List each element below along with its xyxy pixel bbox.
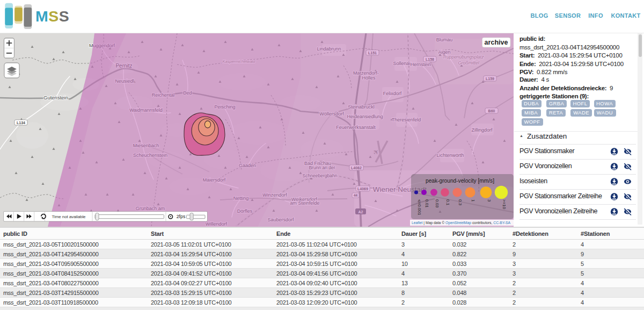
svg-text:MSS: MSS [35, 8, 69, 25]
svg-text:3: 3 [487, 199, 492, 202]
svg-text:0.1: 0.1 [445, 199, 450, 206]
svg-text:2fps: 2fps [177, 214, 186, 219]
svg-text:0.01: 0.01 [425, 199, 429, 208]
svg-text:Time not available: Time not available [52, 214, 86, 219]
svg-text:<=0.001: <=0.001 [417, 199, 422, 215]
svg-text:1: 1 [471, 199, 475, 202]
svg-text:0.03: 0.03 [435, 199, 440, 208]
svg-text:L134: L134 [17, 121, 25, 125]
svg-text:Leaflet | Map data © OpenStree: Leaflet | Map data © OpenStreetMap contr… [412, 221, 511, 225]
svg-text:Gutenstein: Gutenstein [43, 95, 68, 100]
svg-text:archive: archive [485, 39, 508, 46]
svg-text:peak-ground-velocity [mm/s]: peak-ground-velocity [mm/s] [426, 178, 494, 184]
svg-text:>=10: >=10 [502, 199, 507, 210]
svg-text:0.3: 0.3 [458, 199, 463, 206]
